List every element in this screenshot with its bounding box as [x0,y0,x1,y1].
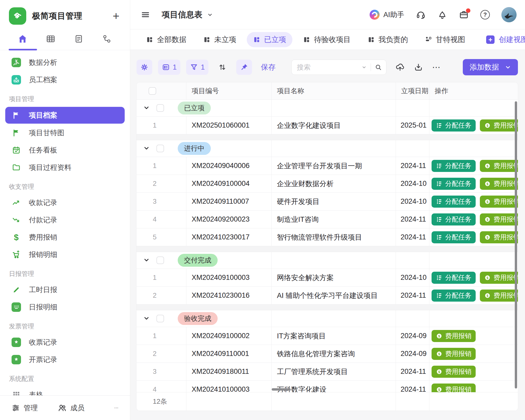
settings-button[interactable] [136,60,152,75]
sidebar-item-收款记录[interactable]: 收款记录 [0,194,130,211]
table-row[interactable]: 1 XM202409100003 网络安全解决方案 2024-10 分配任务$费… [136,269,518,287]
view-tab-甘特视图[interactable]: 甘特视图 [418,32,471,47]
add-data-button[interactable]: 添加数据 [463,59,518,75]
project-date-cell[interactable]: 2024-10 [396,175,429,192]
create-view-button[interactable]: + 创建视图 [486,35,525,45]
help-icon[interactable]: ? [480,10,490,19]
assign-task-button[interactable]: 分配任务 [432,160,476,172]
sidebar-item-收票记录[interactable]: 收票记录 [0,334,130,351]
expense-report-button[interactable]: $费用报销 [432,366,476,378]
project-date-cell[interactable]: 2024-10 [396,193,429,210]
expense-report-button[interactable]: $费用报销 [480,213,518,225]
group-checkbox[interactable] [156,145,164,152]
table-row[interactable]: 4 XM202409200023 制造业IT咨询 2024-11 分配任务$费用… [136,211,518,228]
project-code-cell[interactable]: XM202409110007 [186,193,272,210]
sidebar-item-报销明细[interactable]: 报销明细 [0,246,130,263]
project-date-cell[interactable]: 2024-09 [396,345,429,363]
group-checkbox[interactable] [156,104,164,112]
project-date-cell[interactable]: 2024-11 [396,157,429,175]
expense-report-button[interactable]: $费用报销 [480,178,518,190]
view-tab-未立项[interactable]: 未立项 [197,32,243,47]
expense-report-button[interactable]: $费用报销 [480,231,518,243]
project-name-cell[interactable]: 硬件开发项目 [272,193,396,210]
expense-report-button[interactable]: $费用报销 [432,330,476,342]
project-code-cell[interactable]: XM202409100003 [186,269,272,286]
expense-report-button[interactable]: $费用报销 [432,384,476,392]
import-upload-icon[interactable] [395,62,405,72]
column-header-code[interactable]: 项目编号 [186,82,272,99]
field-config-button[interactable]: 1 [158,60,180,75]
assign-task-button[interactable]: 分配任务 [432,178,476,190]
select-all-checkbox[interactable] [149,87,156,95]
group-collapse-chevron-icon[interactable] [143,104,151,112]
view-tab-我负责的[interactable]: 我负责的 [361,32,414,47]
group-collapse-chevron-icon[interactable] [143,256,151,264]
pin-button[interactable] [236,60,252,75]
table-row[interactable]: 1 XM202501060001 企业数字化建设项目 2025-01 分配任务$… [136,117,518,134]
sidebar-item-项目甘特图[interactable]: 项目甘特图 [0,124,130,141]
project-code-cell[interactable]: XM202409110001 [186,345,272,363]
project-name-cell[interactable]: AI 辅助个性化学习平台建设项目 [272,287,396,304]
project-date-cell[interactable]: 2024-11 [396,211,429,228]
project-name-cell[interactable]: 智行物流管理软件升级项目 [272,228,396,246]
project-date-cell[interactable]: 2024-11 [396,287,429,304]
view-tab-全部数据[interactable]: 全部数据 [140,32,193,47]
table-row[interactable]: 2 XM202410230016 AI 辅助个性化学习平台建设项目 2024-1… [136,287,518,304]
sidebar-item-开票记录[interactable]: 开票记录 [0,351,130,368]
more-options-icon[interactable]: ⋯ [432,66,441,69]
view-tab-已立项[interactable]: 已立项 [247,32,292,47]
notification-bell-icon[interactable] [437,10,447,20]
ai-assistant-button[interactable]: AI助手 [370,10,404,20]
sidebar-item-日报明细[interactable]: 日报明细 [0,298,130,316]
expense-report-button[interactable]: $费用报销 [480,119,518,132]
add-app-button[interactable]: + [113,11,119,21]
project-code-cell[interactable]: XM202409100004 [186,175,272,192]
project-code-cell[interactable]: XM202410100003 [186,381,272,392]
project-code-cell[interactable]: XM202501060001 [186,117,272,134]
project-name-cell[interactable]: 铁路信息化管理方案咨询 [272,345,396,363]
expense-report-button[interactable]: $费用报销 [480,290,518,302]
project-code-cell[interactable]: XM202409200023 [186,211,272,228]
table-row[interactable]: 1 XM202409100002 IT方案咨询项目 2024-09 $费用报销 [136,327,518,345]
project-code-cell[interactable]: XM202409040006 [186,157,272,175]
project-name-cell[interactable]: IT方案咨询项目 [272,327,396,345]
group-collapse-chevron-icon[interactable] [143,145,151,153]
manage-button[interactable]: 管理 [12,403,38,413]
headset-icon[interactable] [416,10,426,20]
sidebar-item-任务看板[interactable]: 任务看板 [0,141,130,159]
assign-task-button[interactable]: 分配任务 [432,272,476,284]
project-name-cell[interactable]: 制造业IT咨询 [272,211,396,228]
sidebar-item-数据分析[interactable]: ¥数据分析 [0,54,130,71]
table-row[interactable]: 1 XM202409040006 企业管理平台开发项目一期 2024-11 分配… [136,157,518,175]
project-name-cell[interactable]: 企业业财数据分析 [272,175,396,192]
project-name-cell[interactable]: 企业管理平台开发项目一期 [272,157,396,175]
title-chevron-down-icon[interactable] [207,11,213,18]
sidebar-item-表格[interactable]: 表格 [0,386,130,395]
project-name-cell[interactable]: 工厂管理系统开发项目 [272,363,396,380]
project-name-cell[interactable]: 万科数字化建设 [272,381,396,392]
horizontal-scrollbar[interactable] [272,388,291,391]
project-date-cell[interactable]: 2024-11 [396,363,429,380]
view-tab-待验收项目[interactable]: 待验收项目 [297,32,357,47]
project-code-cell[interactable]: XM202409180011 [186,363,272,380]
members-button[interactable]: 成员 [58,403,85,413]
column-header-name[interactable]: 项目名称 [272,82,396,99]
search-input[interactable] [297,63,361,71]
sidebar-item-项目过程资料[interactable]: 项目过程资料 [0,159,130,176]
sidebar-item-员工档案[interactable]: 员工档案 [0,71,130,88]
hamburger-menu-icon[interactable] [141,10,150,19]
group-collapse-chevron-icon[interactable] [143,315,151,323]
sidebar-item-工时日报[interactable]: 工时日报 [0,281,130,298]
project-code-cell[interactable]: XM202410230016 [186,287,272,304]
group-checkbox[interactable] [156,256,164,264]
search-chevron-down-icon[interactable] [361,64,367,70]
filter-button[interactable]: 1 [186,60,208,75]
sidebar-item-付款记录[interactable]: 付款记录 [0,211,130,229]
sidebar-item-费用报销[interactable]: $费用报销 [0,229,130,246]
project-name-cell[interactable]: 企业数字化建设项目 [272,117,396,134]
assign-task-button[interactable]: 分配任务 [432,231,476,243]
sidebar-more-button[interactable]: ⋯ [114,405,118,410]
assign-task-button[interactable]: 分配任务 [432,213,476,225]
project-date-cell[interactable]: 2024-09 [396,327,429,345]
table-row[interactable]: 2 XM202409100004 企业业财数据分析 2024-10 分配任务$费… [136,175,518,193]
